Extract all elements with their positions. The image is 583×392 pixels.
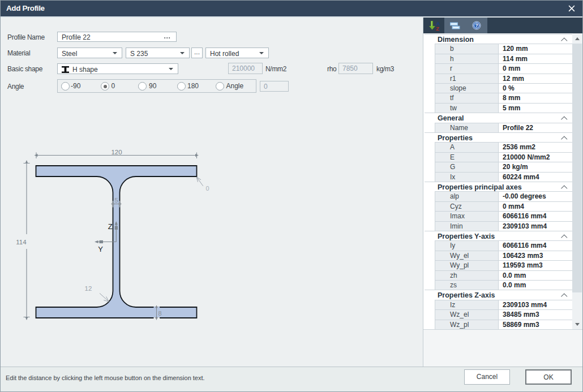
svg-text:5: 5 (114, 197, 118, 204)
svg-text:12: 12 (85, 285, 92, 292)
svg-text:114: 114 (16, 239, 27, 245)
svg-text:120: 120 (111, 149, 122, 156)
svg-text:Z: Z (108, 222, 113, 231)
svg-text:Y: Y (98, 245, 103, 253)
svg-text:?: ? (475, 23, 478, 28)
svg-text:Z: Z (436, 25, 439, 32)
svg-text:0: 0 (206, 185, 209, 192)
svg-text:8: 8 (158, 310, 162, 317)
